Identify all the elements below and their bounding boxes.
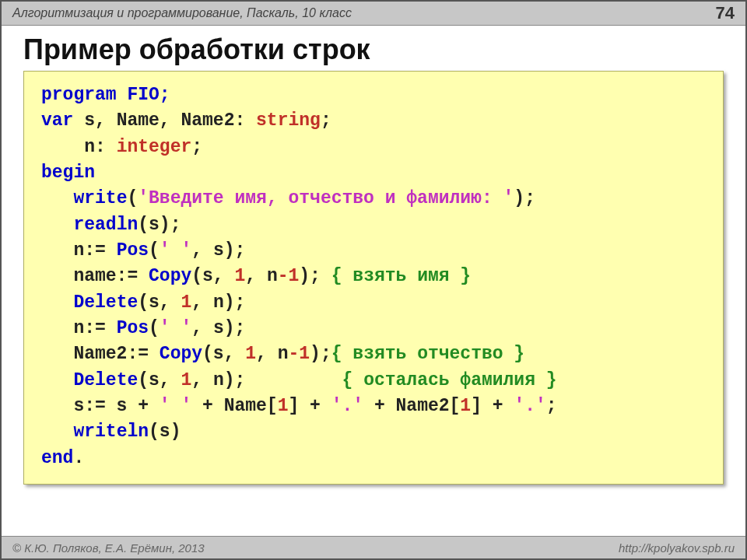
indent: n:= [41,240,117,261]
kw-begin: begin [41,163,95,183]
paren: ); [310,344,331,364]
string-lit: '.' [331,396,363,416]
args: (s) [149,422,181,442]
txt: ] + [471,396,514,416]
txt: + Name2[ [363,396,460,416]
num: 1 [234,266,245,286]
indent: Name2:= [41,344,160,364]
indent: s:= s + [41,396,160,416]
pad [245,370,342,390]
code-card: program FIO; var s, Name, Name2: string;… [23,71,724,485]
args: , n); [191,292,245,313]
string-lit: ' ' [160,396,191,416]
indent [41,422,73,442]
indent: n: [41,137,117,157]
type-string: string [256,110,321,131]
fn-copy: Copy [149,266,191,286]
indent: n:= [41,318,117,338]
paren: ( [149,318,160,338]
indent [41,215,73,235]
kw-program: program [41,85,117,105]
semi: ; [191,137,202,157]
paren: ( [127,188,138,208]
args: (s, [138,370,181,390]
num: 1 [181,292,191,313]
fn-delete: Delete [73,370,138,390]
fn-copy: Copy [160,344,202,364]
num: -1 [289,344,310,364]
string-lit: '.' [514,396,545,416]
header-bar: Алгоритмизация и программирование, Паска… [2,2,745,26]
args: (s, [202,344,245,364]
args: , n [256,344,288,364]
num: 1 [245,344,256,364]
type-integer: integer [117,137,192,157]
footer-url: http://kpolyakov.spb.ru [619,541,735,555]
comment: { взять отчество } [331,344,524,364]
footer-author: © К.Ю. Поляков, Е.А. Ерёмин, 2013 [12,541,205,555]
txt: ] + [288,396,331,416]
args: (s, [138,292,181,313]
breadcrumb: Алгоритмизация и программирование, Паска… [12,6,352,20]
comment: { осталась фамилия } [342,370,557,390]
num: 1 [460,396,471,416]
fn-readln: readln [73,215,138,235]
args: (s, [191,266,234,286]
var-decl: s, Name, Name2: [73,110,256,131]
fn-pos: Pos [117,240,149,261]
args: , n); [191,370,245,390]
comment: { взять имя } [321,266,471,286]
indent [41,370,73,390]
paren: ( [149,240,160,261]
num: 1 [181,370,191,390]
fn-write: write [73,188,127,208]
args: (s); [138,215,181,235]
args: , s); [191,318,245,338]
num: 1 [278,396,289,416]
prog-name: FIO; [117,85,170,105]
txt: + Name[ [191,396,277,416]
slide: Алгоритмизация и программирование, Паска… [0,0,747,560]
args: , s); [191,240,245,261]
code-block: program FIO; var s, Name, Name2: string;… [41,82,706,471]
fn-writeln: writeln [73,422,149,442]
string-lit: ' ' [160,318,191,338]
num: -1 [278,266,300,286]
paren: ); [514,188,535,208]
paren: ); [299,266,321,286]
footer-bar: © К.Ю. Поляков, Е.А. Ерёмин, 2013 http:/… [2,536,745,558]
indent [41,188,73,208]
page-title: Пример обработки строк [2,26,745,71]
dot: . [73,448,84,468]
indent [41,292,73,313]
page-number: 74 [716,3,735,23]
kw-end: end [41,448,73,468]
kw-var: var [41,110,73,131]
fn-pos: Pos [117,318,149,338]
string-lit: 'Введите имя, отчество и фамилию: ' [138,188,514,208]
indent: name:= [41,266,149,286]
fn-delete: Delete [73,292,138,313]
semi: ; [321,110,331,131]
args: , n [245,266,277,286]
string-lit: ' ' [160,240,191,261]
semi: ; [546,396,557,416]
